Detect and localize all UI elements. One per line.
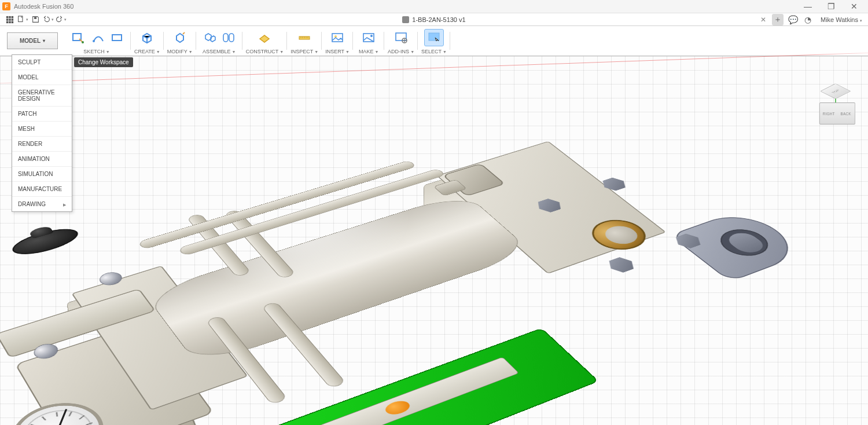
workspace-menu-item-generative-design[interactable]: GENERATIVE DESIGN [12,85,72,106]
document-icon [402,16,409,23]
document-title-tab[interactable]: 1-BB-2AN-5130 v1 [412,16,465,23]
tooltip-change-workspace: Change Workspace [74,57,133,67]
3d-viewport[interactable]: z x TOP RIGHT BACK [0,56,868,425]
ribbon-group-construct: CONSTRUCT▼ [242,26,287,56]
workspace-menu-item-sculpt[interactable]: SCULPT [12,55,72,69]
workspace-menu-item-label: SCULPT [18,59,41,65]
window-maximize-button[interactable]: ❐ [819,0,843,13]
workspace-menu-item-model[interactable]: MODEL [12,69,72,85]
workspace-menu-item-label: RENDER [18,141,42,147]
svg-rect-14 [112,35,122,41]
viewcube-face-top[interactable]: TOP [820,83,851,99]
clevis-bore [711,225,778,261]
ribbon-group-create: CREATE▼ [131,26,164,56]
workspace-menu-item-label: PATCH [18,111,36,117]
window-close-button[interactable]: ✕ [843,0,866,13]
workspace-menu-item-manufacture[interactable]: MANUFACTURE [12,181,72,196]
svg-rect-7 [9,21,11,23]
scripts-addins-button[interactable] [391,29,411,46]
svg-point-12 [82,41,84,43]
ribbon-group-make: MAKE▼ [353,26,384,56]
user-account-menu[interactable]: Mike Watkins [817,16,866,23]
new-component-button[interactable] [202,29,218,46]
workspace-menu-item-render[interactable]: RENDER [12,136,72,151]
model-assembly[interactable] [0,101,848,425]
press-pull-button[interactable] [170,29,190,46]
svg-rect-18 [332,34,343,42]
workspace-menu-item-mesh[interactable]: MESH [12,121,72,136]
app-title: Autodesk Fusion 360 [14,3,73,10]
svg-rect-1 [9,16,11,18]
svg-rect-6 [6,21,9,23]
workspace-menu-item-label: MESH [18,126,35,132]
undo-button[interactable] [42,14,54,25]
workspace-menu: SCULPTMODELGENERATIVE DESIGNPATCHMESHREN… [12,54,72,212]
window-controls: — ❐ ✕ [796,0,866,13]
file-menu-button[interactable] [16,14,29,25]
workspace-menu-item-patch[interactable]: PATCH [12,106,72,121]
select-tool-button[interactable] [424,29,444,46]
tie-rod-nut-3[interactable] [603,255,639,275]
gauge-dial-ticks [17,405,99,425]
redo-button[interactable] [54,14,67,25]
close-tab-button[interactable]: ✕ [758,14,768,25]
viewcube-face-back[interactable]: BACK [836,102,855,124]
insert-decal-button[interactable] [328,29,347,46]
mounting-bracket-part [316,357,520,425]
ribbon-label-addins: ADD-INS [388,49,409,54]
ribbon-label-construct: CONSTRUCT [246,49,279,54]
job-status-icon[interactable]: ◔ [802,14,814,25]
workspace-menu-item-animation[interactable]: ANIMATION [12,151,72,166]
svg-rect-16 [229,34,234,42]
rectangle-tool-button[interactable] [109,29,125,46]
quick-access-toolbar: 1-BB-2AN-5130 v1 ✕ ＋ 💬 ◔ Mike Watkins [0,13,868,26]
data-panel-button[interactable] [3,14,16,25]
submenu-arrow-icon [63,201,66,207]
ribbon-label-create: CREATE [134,49,155,54]
workspace-menu-item-label: SIMULATION [18,171,53,177]
viewcube-face-right[interactable]: RIGHT [819,102,838,124]
svg-rect-4 [9,19,11,21]
window-minimize-button[interactable]: — [796,0,819,13]
workspace-menu-item-simulation[interactable]: SIMULATION [12,166,72,181]
line-tool-button[interactable] [90,29,106,46]
3d-print-button[interactable] [359,29,378,46]
workspace-switcher-button[interactable]: MODEL [7,32,58,49]
new-tab-button[interactable]: ＋ [772,14,784,25]
workspace-menu-item-label: MODEL [18,74,39,80]
ribbon-label-insert: INSERT [325,49,344,54]
svg-rect-5 [12,19,14,21]
svg-rect-15 [223,34,228,42]
ribbon-group-assemble: ASSEMBLE▼ [196,26,242,56]
ribbon-group-modify: MODIFY▼ [164,26,196,56]
svg-point-21 [370,35,373,37]
app-logo-icon: F [2,2,10,10]
workspace-menu-item-label: MANUFACTURE [18,186,62,192]
svg-rect-2 [12,16,14,18]
svg-rect-10 [34,17,36,19]
construct-plane-button[interactable] [255,29,274,46]
ribbon-label-select: SELECT [421,49,442,54]
ribbon-label-assemble: ASSEMBLE [203,49,231,54]
regulator-knob[interactable] [8,224,83,259]
measure-button[interactable] [295,29,314,46]
ribbon-group-inspect: INSPECT▼ [287,26,322,56]
ribbon-toolbar: MODEL SKETCH▼ CREATE▼ [0,26,868,56]
notifications-icon[interactable]: 💬 [787,14,799,25]
svg-rect-0 [6,16,9,18]
workspace-switcher-label: MODEL [20,38,41,44]
extrude-button[interactable] [137,29,157,46]
ribbon-group-sketch: SKETCH▼ [62,26,131,56]
ribbon-label-inspect: INSPECT [290,49,313,54]
joint-button[interactable] [220,29,237,46]
ribbon-label-make: MAKE [359,49,374,54]
workspace-menu-item-drawing[interactable]: DRAWING [12,196,72,211]
svg-rect-3 [6,19,9,21]
ribbon-group-addins: ADD-INS▼ [384,26,418,56]
svg-rect-8 [12,21,14,23]
workspace-menu-item-label: DRAWING [18,201,46,207]
view-cube[interactable]: z x TOP RIGHT BACK [824,87,856,120]
save-button[interactable] [29,14,42,25]
create-sketch-button[interactable] [68,29,88,46]
ribbon-group-insert: INSERT▼ [322,26,353,56]
